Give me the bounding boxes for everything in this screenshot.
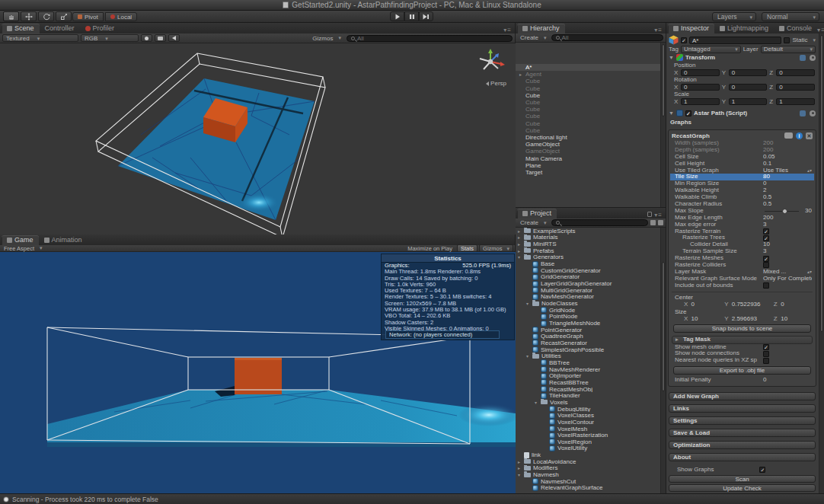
rotation-x-field[interactable]: 0 <box>681 84 720 91</box>
play-button[interactable] <box>390 11 404 21</box>
snap-bounds-button[interactable]: Snap bounds to scene <box>673 324 811 333</box>
center-y-field[interactable]: 0.7522936 <box>732 301 774 308</box>
hierarchy-item-cube[interactable]: Cube <box>516 120 660 127</box>
expand-arrow-icon[interactable]: ▸ <box>519 72 525 77</box>
field-include-out-of-bounds[interactable]: Include out of bounds <box>670 282 814 289</box>
project-item-bbtree[interactable]: BBTree <box>516 359 660 366</box>
field-width-samples[interactable]: Width (samples)200 <box>670 140 814 147</box>
hierarchy-create-button[interactable]: Create ▾ <box>518 34 549 41</box>
section-settings[interactable]: Settings <box>669 416 816 425</box>
hierarchy-item-cube[interactable]: Cube <box>516 92 660 99</box>
scene-orientation-gizmo[interactable] <box>473 46 508 78</box>
field-character-radius[interactable]: Character Radius0.5 <box>670 201 814 208</box>
center-z-field[interactable]: 0 <box>781 301 814 308</box>
folder-expand-icon[interactable]: ▾ <box>518 472 524 477</box>
tab-profiler[interactable]: Profiler <box>80 24 120 33</box>
folder-expand-icon[interactable]: ▸ <box>518 248 524 254</box>
slider-thumb[interactable] <box>782 209 787 214</box>
folder-expand-icon[interactable]: ▾ <box>526 301 532 306</box>
center-x-field[interactable]: 0 <box>691 301 725 308</box>
project-item-objimporter[interactable]: ObjImporter <box>516 372 660 379</box>
section-add-new-graph[interactable]: Add New Graph <box>669 392 816 400</box>
pause-button[interactable] <box>404 11 419 21</box>
project-item-navmesh[interactable]: ▾Navmesh <box>516 471 660 478</box>
field-walkable-climb[interactable]: Walkable Climb0.5 <box>670 194 814 201</box>
project-item-modifiers[interactable]: ▸Modifiers <box>516 465 660 472</box>
project-item-materials[interactable]: ▸Materials <box>516 234 660 241</box>
hierarchy-item-cube[interactable]: Cube <box>516 85 660 92</box>
project-item-voxelutility[interactable]: VoxelUtility <box>516 445 660 452</box>
field-cell-size[interactable]: Cell Size0.05 <box>670 154 814 161</box>
field-rasterize-colliders[interactable]: Rasterize Colliders <box>670 262 814 269</box>
field-collider-detail[interactable]: Collider Detail10 <box>670 241 814 248</box>
project-item-navmeshgenerator[interactable]: NavMeshGenerator <box>516 294 660 301</box>
hierarchy-item-plane[interactable]: Plane <box>516 162 660 169</box>
graph-visibility-icon[interactable] <box>784 132 793 139</box>
tab-controller[interactable]: Controller <box>40 24 80 33</box>
folder-expand-icon[interactable]: ▸ <box>518 241 524 247</box>
export-obj-button[interactable]: Export to .obj file <box>673 366 811 375</box>
checkbox[interactable]: ✓ <box>763 344 769 350</box>
component-enabled-checkbox[interactable]: ✓ <box>685 110 691 116</box>
layout-dropdown[interactable]: Normal ▾ <box>762 12 819 21</box>
field-min-region-size[interactable]: Min Region Size0 <box>670 180 814 187</box>
toggle-show-node-connections[interactable]: Show node connections <box>670 350 814 357</box>
game-viewport[interactable]: Statistics Graphics: 525.0 FPS (1.9ms) M… <box>0 252 516 493</box>
graph-delete-icon[interactable]: ✕ <box>806 132 813 139</box>
dropdown-caret-icon[interactable]: ▴▾ <box>807 167 812 174</box>
checkbox[interactable] <box>763 262 769 268</box>
hierarchy-item-gameobject[interactable]: GameObject <box>516 141 660 148</box>
project-item-gridgenerator[interactable]: GridGenerator <box>516 274 660 281</box>
tab-inspector[interactable]: Inspector <box>668 24 714 33</box>
static-checkbox[interactable] <box>784 37 790 43</box>
field-depth-samples[interactable]: Depth (samples)200 <box>670 147 814 154</box>
project-search-input[interactable] <box>551 219 648 226</box>
hierarchy-item-agent[interactable]: ▸Agent <box>516 71 660 78</box>
field-rasterize-terrain[interactable]: Rasterize Terrain✓ <box>670 228 814 235</box>
position-z-field[interactable]: 0 <box>776 69 815 76</box>
size-z-field[interactable]: 10 <box>781 315 814 322</box>
recastgraph-header[interactable]: RecastGraph i ✕ <box>670 131 814 140</box>
project-item-customgridgenerator[interactable]: CustomGridGenerator <box>516 267 660 274</box>
scene-gizmos-dropdown[interactable]: Gizmos ▾ <box>310 35 343 42</box>
rotation-y-field[interactable]: 0 <box>729 84 768 91</box>
section-about[interactable]: About <box>669 453 816 461</box>
hierarchy-search-input[interactable]: All <box>551 34 663 41</box>
section-links[interactable]: Links <box>669 404 816 413</box>
field-rasterize-trees[interactable]: Rasterize Trees✓ <box>670 234 814 241</box>
scale-tool-button[interactable] <box>56 11 72 21</box>
scene-search-input[interactable]: All <box>347 35 513 42</box>
project-item-recastbbtree[interactable]: RecastBBTree <box>516 379 660 386</box>
scale-x-field[interactable]: 1 <box>681 98 720 105</box>
hierarchy-item-target[interactable]: Target <box>516 169 660 176</box>
checkbox[interactable] <box>763 351 769 357</box>
project-item-generators[interactable]: ▾Generators <box>516 254 660 261</box>
panel-menu-icon[interactable]: ▾≡ <box>654 27 666 33</box>
scrollbar-thumb[interactable] <box>662 262 665 391</box>
rotation-z-field[interactable]: 0 <box>776 84 815 91</box>
folder-expand-icon[interactable]: ▸ <box>518 234 524 240</box>
project-item-pointnode[interactable]: PointNode <box>516 314 660 321</box>
project-item-debugutility[interactable]: DebugUtility <box>516 406 660 413</box>
tab-lightmapping[interactable]: Lightmapping <box>714 24 774 33</box>
tag-mask-foldout[interactable]: ▸ Tag Mask <box>672 336 813 344</box>
project-item-recastgenerator[interactable]: RecastGenerator <box>516 340 660 346</box>
tab-game[interactable]: Game <box>2 235 39 245</box>
project-item-relevantgraphsurface[interactable]: RelevantGraphSurface <box>516 485 660 492</box>
folder-expand-icon[interactable]: ▾ <box>535 400 541 405</box>
folder-expand-icon[interactable]: ▾ <box>518 254 524 260</box>
checkbox[interactable]: ✓ <box>763 228 769 234</box>
stats-button[interactable]: Stats <box>457 244 477 252</box>
checkbox[interactable] <box>763 358 769 364</box>
folder-expand-icon[interactable]: ▾ <box>526 353 532 359</box>
section-save-load[interactable]: Save & Load <box>669 429 816 437</box>
project-item-gridnode[interactable]: GridNode <box>516 307 660 314</box>
checkbox[interactable] <box>763 282 769 289</box>
lock-icon[interactable] <box>647 212 652 217</box>
hierarchy-item-cube[interactable]: Cube <box>516 127 660 134</box>
scan-button[interactable]: Scan <box>669 475 816 483</box>
project-item-localavoidance[interactable]: ▸LocalAvoidance <box>516 458 660 465</box>
tab-hierarchy[interactable]: Hierarchy <box>517 24 565 33</box>
project-create-button[interactable]: Create ▾ <box>518 219 549 226</box>
update-check-button[interactable]: Update Check <box>669 484 816 492</box>
